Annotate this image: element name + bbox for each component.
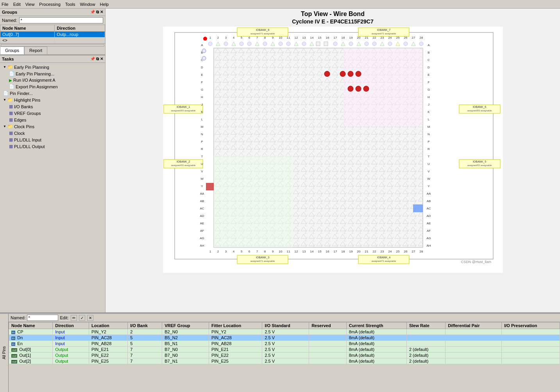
col-fitter: Fitter Location — [209, 322, 262, 329]
table-row[interactable]: out Out[2] Output PIN_E25 7 B7_N1 PIN_E2… — [9, 358, 560, 364]
task-item[interactable]: 📄 Early Pin Planning... — [0, 70, 105, 77]
task-item[interactable]: ▦ Edges — [0, 116, 105, 123]
cell-vref: B7_N0 — [162, 347, 209, 353]
run-icon: ▶ — [9, 78, 12, 82]
svg-text:P: P — [428, 140, 429, 143]
tab-groups[interactable]: Groups — [0, 47, 24, 54]
svg-text:12: 12 — [294, 250, 298, 253]
svg-text:assigned/71 assignable: assigned/71 assignable — [371, 260, 396, 262]
named-input[interactable] — [19, 17, 103, 23]
table-row[interactable]: in Dn Input PIN_AC28 5 B5_N2 PIN_AC28 2.… — [9, 335, 560, 341]
confirm-button[interactable]: ✓ — [79, 315, 85, 321]
svg-text:U: U — [428, 162, 430, 166]
task-item[interactable]: ▼ 📁 Highlight Pins — [0, 97, 105, 103]
svg-text:R: R — [201, 147, 203, 151]
expand-icon[interactable]: ▼ — [3, 98, 6, 102]
svg-text:5: 5 — [240, 250, 242, 253]
cell-iopres — [502, 353, 560, 358]
menu-help[interactable]: Help — [100, 2, 109, 7]
menu-window[interactable]: Window — [80, 2, 95, 7]
chip-svg-area[interactable]: IOBANK_8 assigned/71 assignable IOBANK_7… — [163, 27, 503, 273]
watermark: CSDN @Hust_liam — [461, 260, 491, 264]
cancel-edit-button[interactable]: ✕ — [87, 315, 93, 321]
svg-text:Y: Y — [201, 184, 203, 188]
svg-rect-173 — [206, 183, 214, 190]
svg-point-140 — [224, 42, 228, 46]
table-row[interactable]: in En Input PIN_AB28 5 B5_N1 PIN_AB28 2.… — [9, 341, 560, 347]
groups-cell-dir — [55, 38, 105, 43]
svg-text:16: 16 — [326, 250, 329, 253]
cell-iostd: 2.5 V — [262, 353, 309, 358]
svg-point-178 — [348, 86, 353, 91]
cell-slew — [406, 329, 445, 335]
svg-text:9: 9 — [272, 250, 274, 253]
menu-edit[interactable]: Edit — [13, 2, 21, 7]
task-item[interactable]: ▶ Run I/O Assignment A — [0, 77, 105, 83]
menu-processing[interactable]: Processing — [39, 2, 60, 7]
cell-vref: B2_N0 — [162, 329, 209, 335]
table-row[interactable]: in CP Input PIN_Y2 2 B2_N0 PIN_Y2 2.5 V … — [9, 329, 560, 335]
groups-pin-icon[interactable]: 📌 — [90, 10, 95, 14]
task-label: PLL/DLL Output — [14, 144, 45, 149]
svg-text:U: U — [201, 162, 203, 166]
task-item[interactable]: ▼ 📁 Clock Pins — [0, 123, 105, 130]
cell-reserved — [309, 329, 347, 335]
cell-iostd: 2.5 V — [262, 358, 309, 364]
svg-text:AE: AE — [200, 222, 204, 225]
task-item[interactable]: ▦ Clock — [0, 130, 105, 136]
tab-report[interactable]: Report — [24, 47, 47, 54]
groups-row[interactable]: <> — [0, 38, 105, 43]
bottom-named-input[interactable] — [27, 315, 58, 321]
menu-view[interactable]: View — [25, 2, 35, 7]
task-item[interactable]: ▦ I/O Banks — [0, 103, 105, 110]
pins-table-wrapper[interactable]: Node Name Direction Location I/O Bank VR… — [9, 322, 560, 392]
cell-name: out Out[0] — [9, 347, 53, 353]
svg-text:15: 15 — [318, 36, 321, 39]
svg-text:AE: AE — [426, 222, 431, 225]
task-item[interactable]: ▦ VREF Groups — [0, 110, 105, 116]
col-node-name: Node Name — [0, 25, 55, 32]
svg-text:7: 7 — [256, 36, 258, 39]
svg-point-156 — [349, 42, 353, 46]
col-currstr: Current Strength — [346, 322, 406, 329]
svg-text:24: 24 — [388, 250, 392, 253]
groups-row[interactable]: Out[0..7] Outp...roup — [0, 32, 105, 38]
table-row[interactable]: out Out[0] Output PIN_E21 7 B7_N0 PIN_E2… — [9, 347, 560, 353]
task-item[interactable]: ▼ 📁 Early Pin Planning — [0, 64, 105, 70]
svg-text:7: 7 — [256, 250, 258, 253]
svg-text:10: 10 — [279, 36, 282, 39]
svg-rect-172 — [413, 204, 423, 212]
edit-button[interactable]: ✏ — [71, 315, 77, 321]
table-row[interactable]: out Out[1] Output PIN_E22 7 B7_N0 PIN_E2… — [9, 353, 560, 358]
svg-text:AG: AG — [426, 236, 431, 240]
expand-icon[interactable]: ▼ — [3, 125, 6, 128]
expand-icon[interactable]: ▼ — [3, 65, 6, 69]
folder-icon: 📁 — [7, 64, 13, 70]
svg-text:21: 21 — [365, 36, 368, 39]
svg-text:4: 4 — [233, 36, 234, 39]
task-item[interactable]: 📄 Export Pin Assignmen — [0, 83, 105, 90]
tasks-float-icon[interactable]: ⧉ — [96, 57, 99, 61]
groups-tabs: Groups Report — [0, 47, 105, 55]
task-item[interactable]: 📄 Pin Finder... — [0, 90, 105, 97]
svg-text:AG: AG — [200, 236, 204, 240]
task-item[interactable]: ▦ PLL/DLL Input — [0, 136, 105, 143]
task-item[interactable]: ▦ PLL/DLL Output — [0, 143, 105, 150]
cell-fitter: PIN_AB28 — [209, 341, 262, 347]
svg-text:21: 21 — [365, 250, 368, 253]
cell-dir: Input — [53, 329, 89, 335]
cell-fitter: PIN_E22 — [209, 353, 262, 358]
groups-float-icon[interactable]: ⧉ — [96, 10, 99, 14]
svg-text:AD: AD — [200, 214, 204, 218]
groups-close-icon[interactable]: ✕ — [100, 10, 103, 14]
col-direction: Direction — [53, 322, 89, 329]
menu-file[interactable]: File — [2, 2, 9, 7]
groups-cell-dir: Outp...roup — [55, 32, 105, 38]
svg-text:AA: AA — [426, 192, 431, 195]
cell-dir: Output — [53, 347, 89, 353]
tasks-close-icon[interactable]: ✕ — [100, 57, 103, 61]
svg-rect-171 — [214, 156, 292, 247]
menu-tools[interactable]: Tools — [65, 2, 75, 7]
tasks-pin-icon[interactable]: 📌 — [90, 57, 95, 61]
cell-iobank: 5 — [128, 335, 162, 341]
